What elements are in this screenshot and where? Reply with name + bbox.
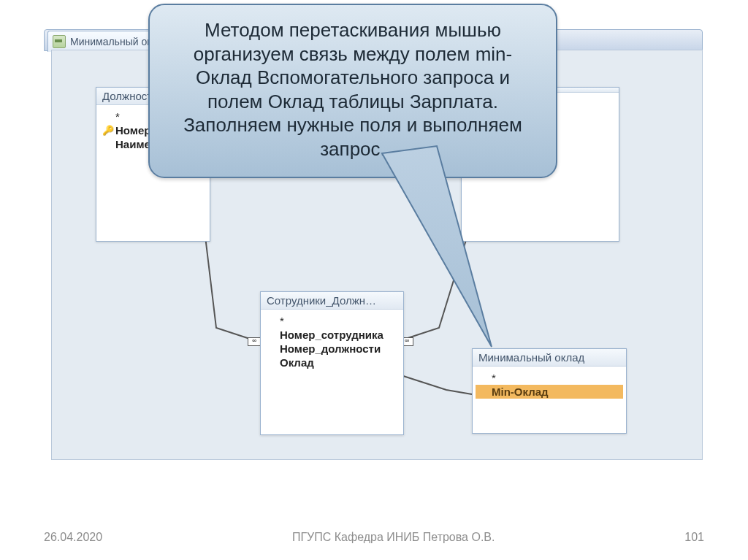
instruction-callout: Методом перетаскивания мышью организуем … [148, 4, 557, 178]
table-header[interactable]: Сотрудники_Должн… [261, 292, 403, 310]
field-row[interactable]: Оклад [264, 356, 400, 369]
query-icon [53, 35, 66, 48]
callout-tail-icon [148, 4, 557, 266]
footer-page: 101 [684, 531, 704, 544]
slide-footer: 26.04.2020 ПГУПС Кафедра ИНИБ Петрова О.… [0, 531, 748, 544]
table-min-oklad[interactable]: Минимальный оклад * Min-Оклад [472, 348, 627, 434]
table-body: * Номер_сотрудника Номер_должности Оклад [261, 310, 403, 374]
join-marker: ∞ [248, 337, 261, 346]
table-body: * Min-Оклад [473, 367, 626, 403]
table-header[interactable]: Минимальный оклад [473, 349, 626, 367]
field-row[interactable]: Номер_должности [264, 342, 400, 356]
field-row[interactable]: * [264, 314, 400, 328]
field-row[interactable]: * [476, 371, 623, 385]
footer-org: ПГУПС Кафедра ИНИБ Петрова О.В. [292, 531, 495, 544]
query-tab-label: Минимальный окл [70, 36, 158, 47]
primary-key-icon: 🔑 [102, 125, 112, 136]
footer-date: 26.04.2020 [44, 531, 102, 544]
field-row-selected[interactable]: Min-Оклад [476, 385, 623, 399]
field-row[interactable]: Номер_сотрудника [264, 328, 400, 342]
table-sotrudniki-dolzhn[interactable]: Сотрудники_Должн… * Номер_сотрудника Ном… [260, 291, 404, 435]
